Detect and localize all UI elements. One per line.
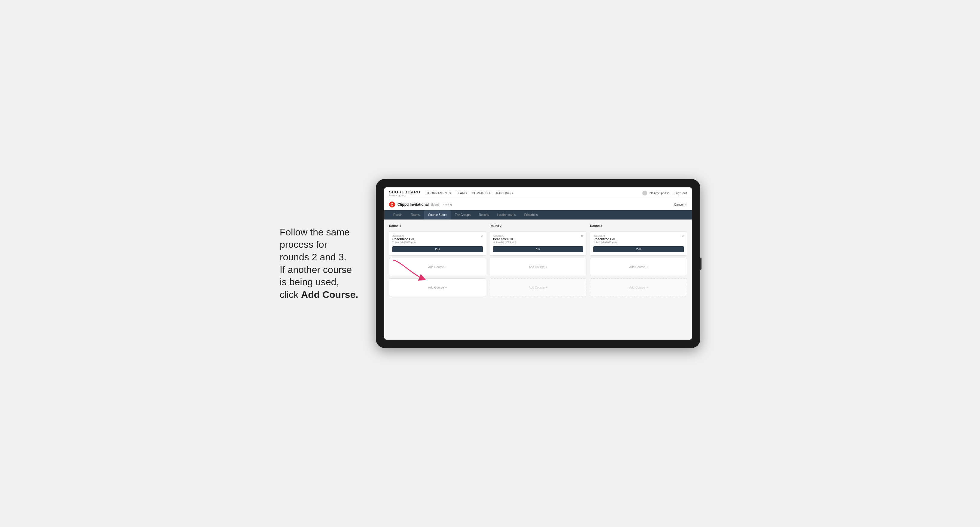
scoreboard-logo: SCOREBOARD Powered by clippd <box>389 190 420 196</box>
tournament-name: Clippd Invitational <box>398 202 429 206</box>
tablet-frame: SCOREBOARD Powered by clippd TOURNAMENTS… <box>376 179 700 348</box>
tablet-side-button <box>700 258 702 270</box>
cancel-icon: ✕ <box>685 203 687 206</box>
add-course-text-r1-2: Add Course + <box>428 286 447 289</box>
round-2-course-details: Yellow (M) (6629 yds) <box>493 241 516 243</box>
round-3-edit-button[interactable]: Edit <box>593 246 684 252</box>
add-course-text-r1-1: Add Course + <box>428 265 447 269</box>
course-card-header: (Course A) Peachtree GC Yellow (M) (6629… <box>392 235 483 246</box>
round-1-course-label: (Course A) <box>392 235 415 237</box>
plus-icon-r1-1: + <box>445 265 447 269</box>
round-3-title: Round 3 <box>590 224 687 228</box>
rounds-grid: Round 1 (Course A) Peachtree GC Yellow (… <box>389 224 687 296</box>
plus-icon-r2-2: + <box>546 286 547 289</box>
page-wrapper: Follow the same process for rounds 2 and… <box>280 179 700 348</box>
round-1-add-course-2[interactable]: Add Course + <box>389 278 486 296</box>
user-avatar <box>642 190 647 195</box>
sub-header-left: C Clippd Invitational (Men) Hosting <box>389 202 452 208</box>
nav-rankings[interactable]: RANKINGS <box>496 192 513 195</box>
instruction-line4: If another course <box>280 264 352 275</box>
instruction-line5: is being used, <box>280 276 339 287</box>
round-2-add-course-2: Add Course + <box>490 278 587 296</box>
round-2-course-label: (Course A) <box>493 235 516 237</box>
round-3-course-details: Yellow (M) (6629 yds) <box>593 241 616 243</box>
plus-icon-r3-1: + <box>646 265 648 269</box>
tab-teams[interactable]: Teams <box>407 210 424 219</box>
round-3-course-name: Peachtree GC <box>593 237 616 241</box>
round-2-column: Round 2 (Course A) Peachtree GC Yellow (… <box>490 224 587 296</box>
nav-committee[interactable]: COMMITTEE <box>472 192 491 195</box>
tab-course-setup[interactable]: Course Setup <box>424 210 451 219</box>
plus-icon-r1-2: + <box>445 286 447 289</box>
hosting-badge: Hosting <box>442 203 452 206</box>
nav-tournaments[interactable]: TOURNAMENTS <box>426 192 451 195</box>
add-course-text-r2-1: Add Course + <box>529 265 548 269</box>
instruction-line2: process for <box>280 239 327 250</box>
instruction-text: Follow the same process for rounds 2 and… <box>280 226 364 301</box>
round-1-title: Round 1 <box>389 224 486 228</box>
plus-icon-r3-2: + <box>646 286 648 289</box>
instruction-bold: Add Course. <box>301 289 358 300</box>
round-3-delete-icon[interactable]: ✕ <box>681 235 684 238</box>
add-course-text-r2-2: Add Course + <box>529 286 548 289</box>
nav-right: blair@clippd.io | Sign out <box>642 190 687 195</box>
instruction-line1: Follow the same <box>280 227 350 238</box>
round-3-add-course-2: Add Course + <box>590 278 687 296</box>
course-info-r3: (Course A) Peachtree GC Yellow (M) (6629… <box>593 235 616 246</box>
course-info: (Course A) Peachtree GC Yellow (M) (6629… <box>392 235 415 246</box>
tab-printables[interactable]: Printables <box>520 210 542 219</box>
logo-text: SCOREBOARD <box>389 190 420 194</box>
round-3-course-label: (Course A) <box>593 235 616 237</box>
instruction-line6: click <box>280 289 301 300</box>
nav-teams[interactable]: TEAMS <box>456 192 467 195</box>
sub-header: C Clippd Invitational (Men) Hosting Canc… <box>384 199 692 210</box>
main-nav: TOURNAMENTS TEAMS COMMITTEE RANKINGS <box>426 192 636 195</box>
course-card-header-r3: (Course A) Peachtree GC Yellow (M) (6629… <box>593 235 684 246</box>
cancel-label: Cancel <box>674 203 684 206</box>
round-3-add-course-1[interactable]: Add Course + <box>590 258 687 276</box>
plus-icon-r2-1: + <box>546 265 547 269</box>
round-1-edit-button[interactable]: Edit <box>392 246 483 252</box>
add-course-text-r3-2: Add Course + <box>629 286 648 289</box>
round-2-delete-icon[interactable]: ✕ <box>581 235 583 238</box>
cancel-button[interactable]: Cancel ✕ <box>674 203 687 206</box>
main-content: Round 1 (Course A) Peachtree GC Yellow (… <box>384 219 692 340</box>
round-1-add-course-1[interactable]: Add Course + <box>389 258 486 276</box>
round-1-delete-icon[interactable]: ✕ <box>480 235 483 238</box>
round-2-add-course-1[interactable]: Add Course + <box>490 258 587 276</box>
tab-leaderboards[interactable]: Leaderboards <box>493 210 520 219</box>
tab-tee-groups[interactable]: Tee Groups <box>451 210 475 219</box>
round-2-course-name: Peachtree GC <box>493 237 516 241</box>
logo-subtext: Powered by clippd <box>389 194 420 196</box>
add-course-text-r3-1: Add Course + <box>629 265 648 269</box>
round-1-course-details: Yellow (M) (6629 yds) <box>392 241 415 243</box>
course-info-r2: (Course A) Peachtree GC Yellow (M) (6629… <box>493 235 516 246</box>
round-1-column: Round 1 (Course A) Peachtree GC Yellow (… <box>389 224 486 296</box>
instruction-line3: rounds 2 and 3. <box>280 252 347 262</box>
course-card-header-r2: (Course A) Peachtree GC Yellow (M) (6629… <box>493 235 584 246</box>
round-3-course-card: (Course A) Peachtree GC Yellow (M) (6629… <box>590 231 687 256</box>
sign-out-link[interactable]: Sign out <box>675 192 687 195</box>
round-2-title: Round 2 <box>490 224 587 228</box>
tabs-bar: Details Teams Course Setup Tee Groups Re… <box>384 210 692 219</box>
top-nav: SCOREBOARD Powered by clippd TOURNAMENTS… <box>384 187 692 199</box>
nav-separator: | <box>672 192 673 195</box>
round-2-edit-button[interactable]: Edit <box>493 246 584 252</box>
round-3-column: Round 3 (Course A) Peachtree GC Yellow (… <box>590 224 687 296</box>
round-1-course-card: (Course A) Peachtree GC Yellow (M) (6629… <box>389 231 486 256</box>
tab-results[interactable]: Results <box>475 210 493 219</box>
round-2-course-card: (Course A) Peachtree GC Yellow (M) (6629… <box>490 231 587 256</box>
round-1-course-name: Peachtree GC <box>392 237 415 241</box>
tablet-screen: SCOREBOARD Powered by clippd TOURNAMENTS… <box>384 187 692 340</box>
user-email: blair@clippd.io <box>649 192 669 195</box>
tab-details[interactable]: Details <box>389 210 407 219</box>
tournament-gender: (Men) <box>431 203 439 206</box>
clippd-logo: C <box>389 202 395 208</box>
